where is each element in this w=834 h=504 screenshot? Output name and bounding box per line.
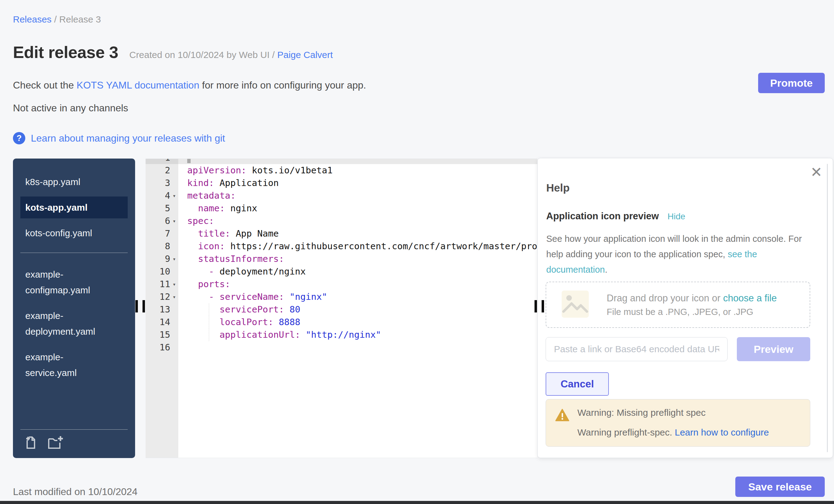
git-help-link[interactable]: Learn about managing your releases with … [31, 133, 225, 144]
code-line-14[interactable]: localPort: 8888 [178, 316, 537, 328]
warning-detail: Warning preflight-spec. Learn how to con… [577, 427, 769, 438]
last-modified-text: Last modified on 10/10/2024 [13, 486, 137, 498]
promote-button[interactable]: Promote [758, 73, 825, 93]
editor-code[interactable]: ---apiVersion: kots.io/v1beta1kind: Appl… [178, 158, 537, 458]
help-title: Help [546, 182, 570, 194]
help-section-header: Application icon preview Hide [546, 211, 685, 222]
breadcrumb-releases-link[interactable]: Releases [13, 14, 51, 24]
fold-caret-icon[interactable]: ▾ [170, 190, 178, 202]
code-line-8[interactable]: icon: https://raw.githubusercontent.com/… [178, 240, 537, 253]
kots-yaml-doc-link[interactable]: KOTS YAML documentation [76, 80, 199, 91]
warning-icon [555, 409, 569, 438]
gutter-line-13: 13 [146, 303, 178, 316]
help-panel: ✕ Help Application icon preview Hide See… [537, 158, 833, 458]
help-resize-handle-bar-2[interactable] [542, 300, 544, 312]
created-author-link[interactable]: Paige Calvert [277, 50, 333, 60]
breadcrumb-current: Release 3 [59, 14, 101, 24]
code-line-13[interactable]: servicePort: 80 [178, 303, 537, 316]
gutter-line-12: 12▾ [146, 290, 178, 303]
code-line-4[interactable]: metadata: [178, 190, 537, 202]
breadcrumb-separator: / [54, 14, 59, 24]
code-line-1[interactable]: --- [178, 158, 537, 164]
image-placeholder-icon [561, 290, 589, 320]
gutter-line-7: 7 [146, 227, 178, 240]
warning-card: Warning: Missing preflight spec Warning … [546, 399, 810, 447]
add-folder-icon[interactable] [47, 436, 64, 450]
help-scrollbar[interactable] [827, 164, 828, 452]
cancel-button[interactable]: Cancel [546, 372, 609, 396]
file-item-kots-app.yaml[interactable]: kots-app.yaml [20, 196, 128, 218]
code-line-12[interactable]: - serviceName: "nginx" [178, 290, 537, 303]
gutter-line-11: 11▾ [146, 278, 178, 290]
gutter-line-5: 5 [146, 202, 178, 215]
preview-button[interactable]: Preview [737, 337, 810, 361]
gutter-line-2: 2 [146, 164, 178, 177]
fold-caret-icon[interactable]: ▾ [170, 215, 178, 227]
gutter-line-16: 16 [146, 341, 178, 354]
help-resize-handle-bar-1[interactable] [534, 300, 537, 312]
file-item-example-configmap.yaml[interactable]: example-configmap.yaml [20, 263, 119, 301]
code-line-6[interactable]: spec: [178, 215, 537, 227]
icon-url-input[interactable] [546, 337, 728, 361]
fold-caret-icon[interactable]: ▾ [170, 278, 178, 290]
choose-file-link[interactable]: choose a file [723, 293, 777, 304]
sidebar-divider [20, 253, 128, 253]
add-file-icon[interactable] [24, 436, 38, 450]
close-icon[interactable]: ✕ [810, 165, 822, 179]
gutter-line-15: 15 [146, 328, 178, 341]
title-row: Edit release 3 Created on 10/10/2024 by … [13, 43, 333, 62]
sidebar-resize-handle-bar-2[interactable] [142, 300, 145, 312]
yaml-editor[interactable]: 1234▾56▾789▾1011▾12▾13141516 ---apiVersi… [146, 158, 537, 458]
hide-link[interactable]: Hide [667, 212, 685, 221]
code-line-7[interactable]: title: App Name [178, 227, 537, 240]
created-text: Created on 10/10/2024 by Web UI / Paige … [129, 50, 333, 60]
code-line-11[interactable]: ports: [178, 278, 537, 290]
breadcrumb: Releases / Release 3 [13, 14, 101, 25]
code-line-10[interactable]: - deployment/nginx [178, 265, 537, 278]
file-sidebar: k8s-app.yamlkots-app.yamlkots-config.yam… [13, 158, 135, 458]
channel-status: Not active in any channels [13, 103, 128, 114]
dropzone-text: Drag and drop your icon or choose a file [607, 293, 777, 304]
code-line-3[interactable]: kind: Application [178, 177, 537, 190]
gutter-line-3: 3 [146, 177, 178, 190]
code-line-5[interactable]: name: nginx [178, 202, 537, 215]
code-line-2[interactable]: apiVersion: kots.io/v1beta1 [178, 164, 537, 177]
help-body-text: See how your application icon will look … [546, 231, 805, 277]
gutter-line-4: 4▾ [146, 190, 178, 202]
doc-line: Check out the KOTS YAML documentation fo… [13, 80, 366, 91]
file-list: k8s-app.yamlkots-app.yamlkots-config.yam… [20, 171, 128, 384]
gutter-line-6: 6▾ [146, 215, 178, 227]
application-icon-preview-title: Application icon preview [546, 211, 659, 222]
editor-gutter: 1234▾56▾789▾1011▾12▾13141516 [146, 158, 178, 458]
page-title: Edit release 3 [13, 43, 118, 62]
file-item-example-service.yaml[interactable]: example-service.yaml [20, 346, 119, 384]
code-line-16[interactable] [178, 341, 537, 354]
fold-caret-icon[interactable]: ▾ [170, 290, 178, 303]
file-item-k8s-app.yaml[interactable]: k8s-app.yaml [20, 171, 119, 193]
icon-url-row: Preview [546, 337, 810, 361]
text-cursor [187, 158, 191, 163]
warning-title: Warning: Missing preflight spec [577, 408, 769, 418]
git-help-row: ? Learn about managing your releases wit… [13, 132, 225, 144]
gutter-line-1: 1 [146, 158, 178, 164]
bottom-strip [0, 501, 834, 504]
question-icon[interactable]: ? [13, 132, 25, 144]
file-item-kots-config.yaml[interactable]: kots-config.yaml [20, 222, 119, 244]
fold-caret-icon[interactable]: ▾ [170, 253, 178, 265]
sidebar-resize-handle-bar-1[interactable] [135, 300, 138, 312]
gutter-line-10: 10 [146, 265, 178, 278]
gutter-line-9: 9▾ [146, 253, 178, 265]
code-line-15[interactable]: applicationUrl: "http://nginx" [178, 328, 537, 341]
icon-dropzone[interactable]: Drag and drop your icon or choose a file… [546, 282, 810, 328]
file-item-example-deployment.yaml[interactable]: example-deployment.yaml [20, 305, 119, 342]
learn-configure-link[interactable]: Learn how to configure [675, 427, 769, 437]
gutter-line-8: 8 [146, 240, 178, 253]
save-release-button[interactable]: Save release [735, 477, 825, 497]
sidebar-footer [20, 429, 128, 453]
gutter-line-14: 14 [146, 316, 178, 328]
code-line-9[interactable]: statusInformers: [178, 253, 537, 265]
dropzone-hint: File must be a .PNG, .JPEG, or .JPG [607, 307, 777, 317]
